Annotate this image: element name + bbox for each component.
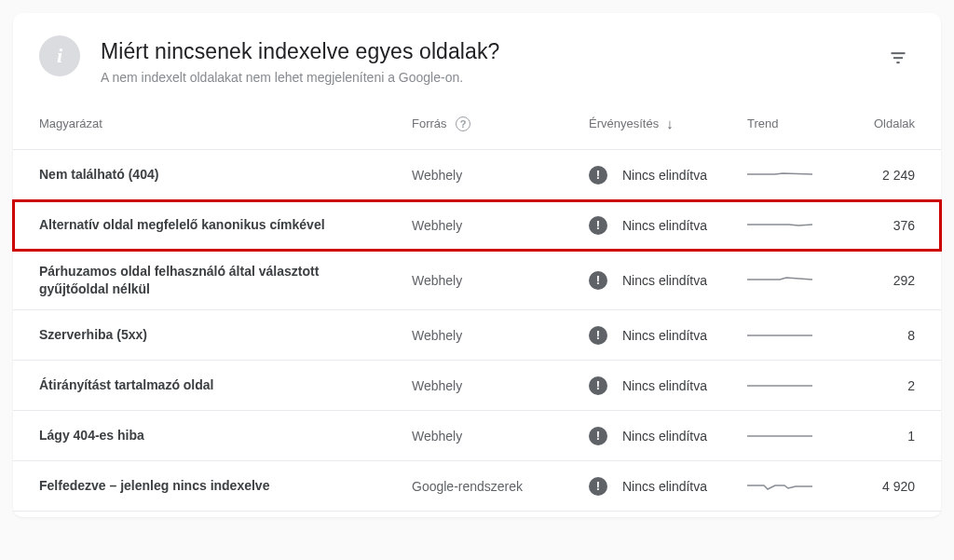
validation-cell: !Nincs elindítva bbox=[589, 216, 747, 235]
table-row[interactable]: Nem található (404)Webhely!Nincs elindít… bbox=[13, 150, 941, 200]
table-row[interactable]: Lágy 404-es hibaWebhely!Nincs elindítva1 bbox=[13, 411, 941, 461]
trend-cell bbox=[747, 329, 859, 342]
warning-icon: ! bbox=[589, 477, 607, 496]
validation-cell: !Nincs elindítva bbox=[589, 477, 747, 496]
trend-cell bbox=[747, 379, 859, 392]
trend-sparkline bbox=[747, 169, 812, 182]
validation-label: Nincs elindítva bbox=[622, 273, 707, 288]
reason-cell: Alternatív oldal megfelelő kanonikus cím… bbox=[39, 216, 412, 234]
validation-label: Nincs elindítva bbox=[622, 328, 707, 343]
col-header-trend[interactable]: Trend bbox=[747, 116, 859, 130]
card-title: Miért nincsenek indexelve egyes oldalak? bbox=[101, 39, 881, 64]
reason-cell: Szerverhiba (5xx) bbox=[39, 326, 412, 344]
trend-cell bbox=[747, 169, 859, 182]
validation-label: Nincs elindítva bbox=[622, 378, 707, 393]
table-header-row: Magyarázat Forrás ? Érvényesítés ↓ Trend… bbox=[13, 98, 941, 150]
pages-cell: 292 bbox=[859, 273, 915, 288]
warning-icon: ! bbox=[589, 166, 607, 184]
trend-cell bbox=[747, 430, 859, 443]
filter-icon bbox=[889, 48, 907, 67]
col-header-validation-label: Érvényesítés bbox=[589, 116, 659, 130]
source-cell: Webhely bbox=[412, 273, 589, 288]
pages-cell: 4 920 bbox=[859, 479, 915, 494]
table-row[interactable]: Párhuzamos oldal felhasználó által válas… bbox=[13, 251, 941, 310]
col-header-validation[interactable]: Érvényesítés ↓ bbox=[589, 116, 747, 131]
card-header: i Miért nincsenek indexelve egyes oldala… bbox=[13, 13, 941, 98]
reason-cell: Felfedezve – jelenleg nincs indexelve bbox=[39, 477, 412, 495]
title-block: Miért nincsenek indexelve egyes oldalak?… bbox=[101, 35, 881, 85]
source-cell: Webhely bbox=[412, 378, 589, 393]
reason-cell: Átirányítást tartalmazó oldal bbox=[39, 376, 412, 394]
indexing-issues-card: i Miért nincsenek indexelve egyes oldala… bbox=[13, 13, 941, 517]
pages-cell: 8 bbox=[859, 328, 915, 343]
pages-cell: 2 249 bbox=[859, 168, 915, 183]
validation-cell: !Nincs elindítva bbox=[589, 326, 747, 345]
warning-icon: ! bbox=[589, 326, 607, 345]
validation-cell: !Nincs elindítva bbox=[589, 271, 747, 290]
svg-rect-1 bbox=[893, 57, 903, 59]
trend-sparkline bbox=[747, 379, 812, 392]
pages-cell: 2 bbox=[859, 378, 915, 393]
validation-label: Nincs elindítva bbox=[622, 168, 707, 183]
pages-cell: 376 bbox=[859, 218, 915, 233]
trend-sparkline bbox=[747, 430, 812, 443]
table-row[interactable]: Felfedezve – jelenleg nincs indexelveGoo… bbox=[13, 461, 941, 512]
warning-icon: ! bbox=[589, 216, 607, 235]
table-body: Nem található (404)Webhely!Nincs elindít… bbox=[13, 150, 941, 512]
validation-cell: !Nincs elindítva bbox=[589, 166, 747, 184]
help-icon[interactable]: ? bbox=[456, 116, 470, 131]
trend-sparkline bbox=[747, 329, 812, 342]
trend-sparkline bbox=[747, 480, 812, 493]
warning-icon: ! bbox=[589, 271, 607, 290]
source-cell: Webhely bbox=[412, 328, 589, 343]
validation-label: Nincs elindítva bbox=[622, 479, 707, 494]
sort-descending-icon: ↓ bbox=[666, 116, 674, 131]
reason-cell: Párhuzamos oldal felhasználó által válas… bbox=[39, 263, 412, 298]
source-cell: Google-rendszerek bbox=[412, 479, 589, 494]
warning-icon: ! bbox=[589, 376, 607, 395]
trend-cell bbox=[747, 274, 859, 287]
trend-cell bbox=[747, 480, 859, 493]
col-header-reason[interactable]: Magyarázat bbox=[39, 116, 412, 130]
validation-cell: !Nincs elindítva bbox=[589, 427, 747, 445]
trend-cell bbox=[747, 219, 859, 232]
validation-label: Nincs elindítva bbox=[622, 429, 707, 444]
trend-sparkline bbox=[747, 274, 812, 287]
table-row[interactable]: Szerverhiba (5xx)Webhely!Nincs elindítva… bbox=[13, 310, 941, 361]
filter-button[interactable] bbox=[881, 41, 915, 75]
card-subtitle: A nem indexelt oldalakat nem lehet megje… bbox=[101, 70, 881, 85]
source-cell: Webhely bbox=[412, 429, 589, 444]
source-cell: Webhely bbox=[412, 168, 589, 183]
table-row[interactable]: Alternatív oldal megfelelő kanonikus cím… bbox=[13, 200, 941, 251]
validation-cell: !Nincs elindítva bbox=[589, 376, 747, 395]
svg-rect-0 bbox=[892, 52, 906, 54]
source-cell: Webhely bbox=[412, 218, 589, 233]
table-row[interactable]: Átirányítást tartalmazó oldalWebhely!Nin… bbox=[13, 361, 941, 411]
col-header-source-label: Forrás bbox=[412, 116, 447, 130]
pages-cell: 1 bbox=[859, 429, 915, 444]
reason-cell: Lágy 404-es hiba bbox=[39, 427, 412, 444]
svg-rect-2 bbox=[896, 61, 899, 63]
col-header-pages[interactable]: Oldalak bbox=[859, 116, 915, 130]
reason-cell: Nem található (404) bbox=[39, 166, 412, 184]
trend-sparkline bbox=[747, 219, 812, 232]
validation-label: Nincs elindítva bbox=[622, 218, 707, 233]
col-header-source[interactable]: Forrás ? bbox=[412, 116, 589, 131]
info-icon: i bbox=[39, 35, 80, 76]
warning-icon: ! bbox=[589, 427, 607, 445]
